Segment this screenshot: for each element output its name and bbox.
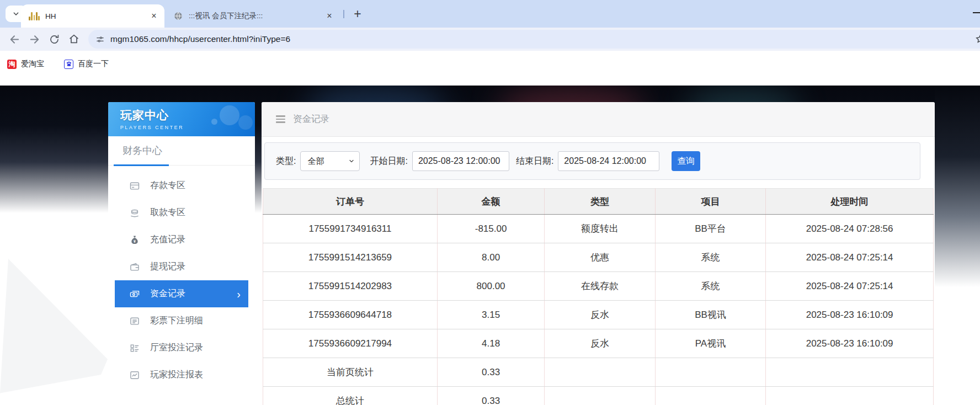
tab-title: HH — [45, 12, 149, 20]
address-bar[interactable]: mgm1065.com/hhcp/usercenter.html?iniType… — [88, 30, 980, 49]
new-tab-button[interactable]: + — [349, 7, 366, 22]
cell-amount: 4.18 — [437, 329, 544, 358]
sidebar-item-deposit-zone[interactable]: 存款专区 — [108, 172, 255, 199]
chevron-down-icon — [12, 9, 20, 18]
bookmark-baidu[interactable]: 百度一下 — [64, 59, 109, 69]
tab-hh[interactable]: HH × — [21, 4, 164, 28]
cell-project: 系统 — [655, 243, 765, 272]
type-select[interactable]: 全部 — [300, 151, 360, 171]
background-photo-right — [935, 86, 980, 323]
table-row: 1755991734916311 -815.00 额度转出 BB平台 2025-… — [263, 215, 934, 243]
sidebar-item-label: 资金记录 — [150, 288, 185, 300]
back-arrow-icon — [8, 33, 21, 46]
wallet-icon — [129, 262, 140, 273]
sidebar-item-recharge-records[interactable]: ¥ 充值记录 — [108, 226, 255, 253]
column-header-amount: 金额 — [437, 189, 544, 215]
hamburger-icon — [276, 115, 285, 123]
cell-amount: -815.00 — [437, 215, 544, 243]
end-date-label: 结束日期: — [516, 156, 553, 167]
filter-bar: 类型: 全部 开始日期: 结束日期: 查询 — [264, 142, 920, 180]
bookmark-taobao[interactable]: 淘 爱淘宝 — [7, 59, 44, 69]
site-info-icon[interactable] — [95, 35, 105, 44]
column-header-project: 项目 — [655, 189, 765, 215]
cell-type: 在线存款 — [545, 272, 655, 301]
cell-project: PA视讯 — [655, 329, 765, 358]
sidebar-item-label: 取款专区 — [150, 207, 185, 219]
section-label: 财务中心 — [122, 144, 162, 157]
cell-project: BB视讯 — [655, 301, 765, 329]
chevron-right-icon: › — [237, 289, 241, 300]
column-header-type: 类型 — [545, 189, 655, 215]
cell-amount: 0.33 — [437, 358, 544, 387]
browser-window: HH × :::视讯 会员下注纪录::: × + mgm1065.com/hhc… — [0, 0, 980, 405]
cell-amount: 0.33 — [437, 387, 544, 405]
type-select-value: 全部 — [307, 156, 324, 167]
start-date-label: 开始日期: — [370, 156, 407, 167]
cell-order-no: 1755936609217994 — [263, 329, 438, 358]
browser-toolbar: mgm1065.com/hhcp/usercenter.html?iniType… — [0, 28, 980, 51]
bookmark-label: 爱淘宝 — [21, 59, 44, 69]
bookmarks-bar: 淘 爱淘宝 百度一下 — [0, 51, 980, 77]
bookmark-label: 百度一下 — [78, 59, 109, 69]
close-icon[interactable]: × — [324, 11, 334, 21]
end-date-input[interactable] — [558, 151, 659, 171]
cell-label: 总统计 — [263, 387, 438, 405]
chevron-down-icon — [348, 158, 355, 164]
url-text[interactable]: mgm1065.com/hhcp/usercenter.html?iniType… — [110, 34, 290, 44]
sidebar-menu: 存款专区 取款专区 ¥ 充值记录 — [108, 166, 255, 388]
sidebar-banner: 玩家中心 PLAYERS CENTER — [108, 102, 255, 136]
sidebar-item-withdrawal-records[interactable]: 提现记录 — [108, 253, 255, 280]
sidebar-item-player-bet-report[interactable]: 玩家投注报表 — [108, 361, 255, 388]
page-title: 资金记录 — [293, 113, 329, 125]
report-chart-icon — [129, 370, 140, 381]
column-header-process-time: 处理时间 — [766, 189, 934, 215]
cell-amount: 3.15 — [437, 301, 544, 329]
cell-process-time: 2025-08-24 07:28:56 — [766, 215, 934, 243]
sidebar-item-hall-bet-records[interactable]: 厅室投注记录 — [108, 334, 255, 361]
table-row-current-page-total: 当前页统计 0.33 — [263, 358, 934, 387]
cell-amount: 800.00 — [437, 272, 544, 301]
forward-button[interactable] — [24, 30, 44, 49]
start-date-input[interactable] — [412, 151, 509, 171]
table-row: 1755936609644718 3.15 反水 BB视讯 2025-08-23… — [263, 301, 934, 329]
close-icon[interactable]: × — [149, 11, 159, 21]
search-button[interactable]: 查询 — [672, 151, 700, 171]
player-center-sidebar: 玩家中心 PLAYERS CENTER 财务中心 存款专区 — [108, 102, 255, 405]
table-row: 1755991514202983 800.00 在线存款 系统 2025-08-… — [263, 272, 934, 301]
bookmark-star-icon[interactable] — [975, 34, 980, 44]
home-button[interactable] — [64, 30, 84, 49]
back-button[interactable] — [4, 30, 24, 49]
cell-order-no: 1755936609644718 — [263, 301, 438, 329]
column-header-order-no: 订单号 — [263, 189, 438, 215]
cell-type: 反水 — [545, 329, 655, 358]
banknotes-icon — [129, 289, 140, 300]
cell-process-time: 2025-08-23 16:10:09 — [766, 329, 934, 358]
taobao-icon: 淘 — [7, 60, 17, 69]
baidu-paw-icon — [64, 60, 73, 69]
tab-shixun[interactable]: :::视讯 会员下注纪录::: × — [166, 4, 338, 28]
cell-project: 系统 — [655, 272, 765, 301]
fund-records-panel: 资金记录 类型: 全部 开始日期: 结束日期: 查询 订单号 — [262, 102, 935, 405]
minimize-button[interactable] — [973, 12, 980, 13]
sidebar-item-label: 彩票下注明细 — [150, 315, 203, 327]
type-label: 类型: — [276, 156, 296, 167]
cell-process-time: 2025-08-23 16:10:09 — [766, 301, 934, 329]
table-row: 1755991514213659 8.00 优惠 系统 2025-08-24 0… — [263, 243, 934, 272]
cell-label: 当前页统计 — [263, 358, 438, 387]
sidebar-item-label: 提现记录 — [150, 261, 185, 273]
panel-header: 资金记录 — [262, 102, 935, 137]
sidebar-subtitle: PLAYERS CENTER — [120, 125, 255, 130]
home-icon — [68, 33, 80, 45]
sidebar-item-withdraw-zone[interactable]: 取款专区 — [108, 199, 255, 226]
sidebar-item-fund-records[interactable]: 资金记录 › — [115, 280, 248, 307]
sidebar-item-lottery-bet-details[interactable]: 彩票下注明细 — [108, 307, 255, 334]
cell-type: 优惠 — [545, 243, 655, 272]
cell-type: 额度转出 — [545, 215, 655, 243]
cell-process-time: 2025-08-24 07:25:14 — [766, 243, 934, 272]
deposit-card-icon — [129, 180, 140, 191]
reload-button[interactable] — [44, 30, 64, 49]
hh-favicon-icon — [29, 12, 40, 20]
sidebar-section-heading: 财务中心 — [108, 136, 255, 166]
tab-strip: HH × :::视讯 会员下注纪录::: × + — [0, 0, 980, 28]
cell-amount: 8.00 — [437, 243, 544, 272]
